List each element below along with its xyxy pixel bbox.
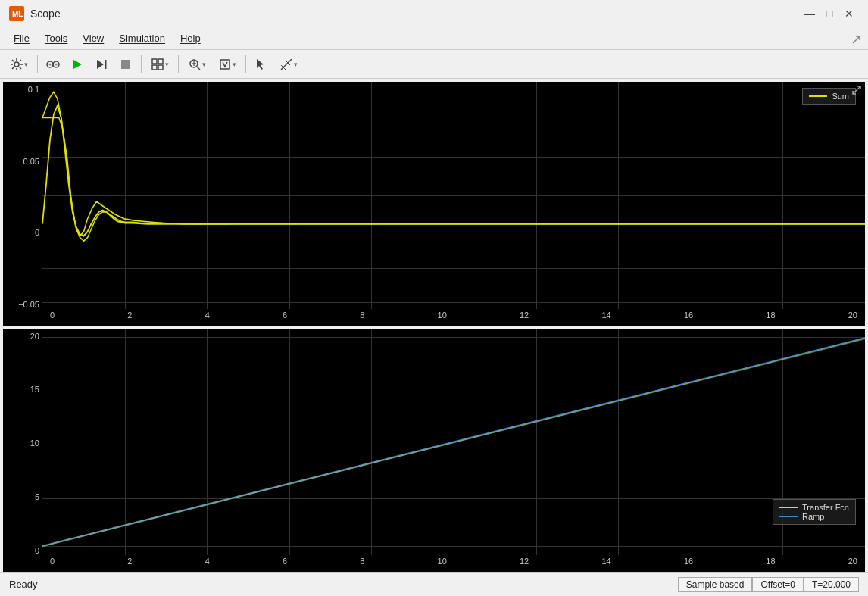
svg-rect-19 <box>152 59 157 64</box>
arrow-icon: ↗ <box>851 31 862 48</box>
lx-0: 0 <box>50 557 55 566</box>
lower-plot-canvas[interactable]: Transfer Fcn Ramp <box>42 329 865 556</box>
run-connected-button[interactable] <box>42 54 64 75</box>
x-12: 12 <box>520 310 529 320</box>
lx-8: 8 <box>360 557 364 566</box>
stop-button[interactable] <box>114 54 137 75</box>
legend-ramp: Ramp <box>779 512 849 521</box>
window-title: Scope <box>30 8 800 20</box>
svg-rect-18 <box>121 60 130 69</box>
x-6: 6 <box>283 310 287 320</box>
upper-legend: Sum <box>802 88 856 105</box>
layout-dropdown-arrow: ▾ <box>165 61 169 68</box>
svg-line-8 <box>20 67 21 68</box>
menu-file[interactable]: File <box>6 30 37 47</box>
svg-marker-16 <box>97 60 104 69</box>
settings-dropdown-arrow: ▾ <box>24 61 28 68</box>
lower-x-axis: 0 2 4 6 8 10 12 14 16 18 20 <box>42 555 865 572</box>
minimize-button[interactable]: — <box>800 5 820 23</box>
svg-rect-17 <box>105 60 107 69</box>
measure-dropdown-arrow: ▾ <box>294 61 298 68</box>
lx-4: 4 <box>205 557 210 566</box>
upper-x-axis: 0 2 4 6 8 10 12 14 16 18 20 <box>42 309 865 326</box>
lx-18: 18 <box>766 557 775 566</box>
layout-button[interactable]: ▾ <box>145 54 174 75</box>
ly-5: 5 <box>35 492 39 501</box>
fit-axes-button[interactable]: ▾ <box>213 54 242 75</box>
menubar: File Tools View Simulation Help ↗ <box>0 27 868 50</box>
play-button[interactable] <box>66 54 89 75</box>
svg-marker-28 <box>257 59 264 70</box>
menu-help[interactable]: Help <box>173 30 208 47</box>
statusbar: Ready Sample based Offset=0 T=20.000 <box>0 572 868 596</box>
ly-15: 15 <box>30 385 39 394</box>
legend-tfcn-label: Transfer Fcn <box>802 503 849 512</box>
lower-legend: Transfer Fcn Ramp <box>773 499 856 525</box>
svg-point-14 <box>55 63 58 65</box>
sample-based-status: Sample based <box>678 577 753 592</box>
offset-status: Offset=0 <box>752 577 803 592</box>
legend-tfcn: Transfer Fcn <box>779 503 849 512</box>
svg-rect-20 <box>158 59 163 64</box>
separator-3 <box>178 55 179 73</box>
menu-view[interactable]: View <box>75 30 111 47</box>
separator-1 <box>37 55 38 73</box>
x-16: 16 <box>684 310 693 320</box>
upper-signal-svg <box>42 82 865 309</box>
legend-ramp-label: Ramp <box>802 512 824 521</box>
expand-icon-upper[interactable] <box>851 85 862 98</box>
menu-simulation[interactable]: Simulation <box>111 30 173 47</box>
zoom-button[interactable]: ▾ <box>183 54 211 75</box>
lx-16: 16 <box>684 557 693 566</box>
lx-20: 20 <box>848 557 857 566</box>
settings-button[interactable]: ▾ <box>5 54 33 75</box>
separator-4 <box>245 55 246 73</box>
x-10: 10 <box>438 310 447 320</box>
legend-sum-label: Sum <box>832 92 849 101</box>
maximize-button[interactable]: □ <box>820 5 839 23</box>
svg-rect-22 <box>158 65 163 70</box>
separator-2 <box>141 55 142 73</box>
svg-text:ML: ML <box>12 10 23 18</box>
lower-y-axis: 20 15 10 5 0 <box>3 329 42 556</box>
legend-tfcn-line <box>779 507 798 508</box>
upper-y-axis: 0.1 0.05 0 −0.05 <box>3 82 42 309</box>
y-label-2: 0 <box>35 228 39 237</box>
x-14: 14 <box>601 310 610 320</box>
legend-sum-line <box>809 95 827 97</box>
ly-0: 0 <box>35 546 39 555</box>
y-label-1: 0.05 <box>23 157 39 166</box>
ly-10: 10 <box>30 438 39 448</box>
svg-line-10 <box>12 67 14 68</box>
time-status: T=20.000 <box>804 577 859 592</box>
step-forward-button[interactable] <box>90 54 113 75</box>
svg-line-29 <box>281 59 292 70</box>
measure-button[interactable]: ▾ <box>274 54 303 75</box>
upper-plot: 0.1 0.05 0 −0.05 <box>3 82 865 326</box>
legend-sum: Sum <box>809 92 849 101</box>
svg-marker-15 <box>73 60 82 69</box>
ly-20: 20 <box>30 332 39 341</box>
x-4: 4 <box>205 310 210 320</box>
svg-point-2 <box>14 62 19 67</box>
fit-dropdown-arrow: ▾ <box>233 61 236 68</box>
app-icon: ML <box>9 6 24 21</box>
svg-line-24 <box>197 67 200 70</box>
menu-tools[interactable]: Tools <box>37 30 75 47</box>
cursor-tool-button[interactable] <box>250 54 273 75</box>
upper-plot-canvas[interactable]: Sum <box>42 82 865 309</box>
x-2: 2 <box>127 310 132 320</box>
lower-plot: 20 15 10 5 0 <box>3 329 865 573</box>
lx-12: 12 <box>520 557 529 566</box>
svg-line-9 <box>20 60 21 61</box>
lx-10: 10 <box>438 557 447 566</box>
svg-point-13 <box>49 63 52 65</box>
lower-plot-svg <box>42 329 865 556</box>
close-button[interactable]: ✕ <box>839 5 859 23</box>
x-18: 18 <box>766 310 775 320</box>
x-20: 20 <box>848 310 857 320</box>
svg-line-7 <box>12 60 14 61</box>
lx-2: 2 <box>127 557 132 566</box>
zoom-dropdown-arrow: ▾ <box>202 61 206 68</box>
lx-14: 14 <box>601 557 610 566</box>
